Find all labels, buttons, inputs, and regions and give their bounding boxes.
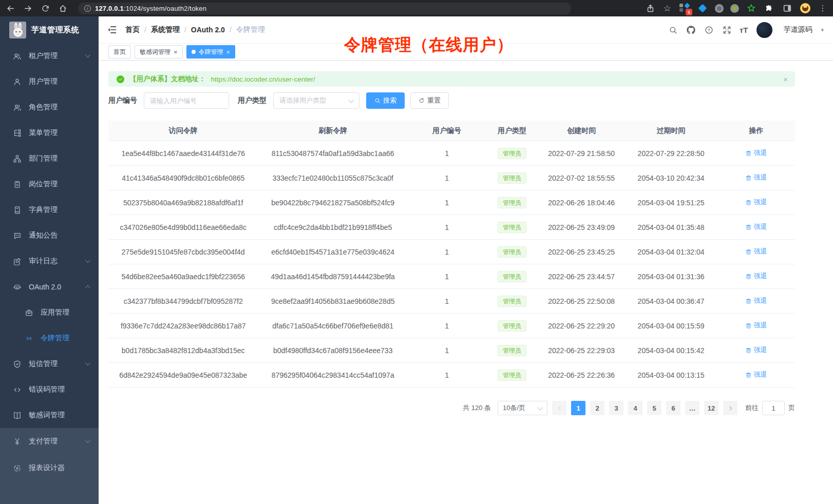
sidebar-menu-item[interactable]: 角色管理 <box>0 94 99 120</box>
force-logout-button[interactable]: 强退 <box>745 321 767 330</box>
page-number-button[interactable]: 5 <box>647 401 661 415</box>
user-type-label: 用户类型 <box>238 96 267 105</box>
force-logout-button[interactable]: 强退 <box>745 296 767 305</box>
force-logout-button[interactable]: 强退 <box>745 272 767 281</box>
browser-menu-icon[interactable]: ⋮ <box>818 3 828 13</box>
sidebar-menu-item[interactable]: 短信管理 <box>0 351 99 377</box>
help-icon[interactable]: ? <box>704 24 715 35</box>
menu-item-label: 菜单管理 <box>29 128 58 138</box>
sidebar-menu-item[interactable]: OAuth 2.0 <box>0 274 99 300</box>
cell-expire-time: 2022-07-29 22:28:50 <box>624 149 717 158</box>
reset-button[interactable]: 重置 <box>410 92 449 109</box>
command-extension-icon[interactable] <box>715 4 724 13</box>
search-icon[interactable] <box>668 24 679 35</box>
force-logout-button[interactable]: 强退 <box>745 247 767 256</box>
browser-home-button[interactable] <box>58 3 68 13</box>
tags-view-tab[interactable]: 敏感词管理 × <box>135 45 183 59</box>
force-logout-button[interactable]: 强退 <box>745 198 767 207</box>
pagination-total: 共 120 条 <box>463 403 491 413</box>
user-type-select[interactable]: 请选择用户类型 <box>273 92 359 109</box>
page-size-select[interactable]: 10条/页 <box>498 401 547 415</box>
sidebar-menu-item[interactable]: 支付管理 <box>0 428 99 455</box>
sidebar-menu-item[interactable]: 岗位管理 <box>0 171 99 197</box>
tags-view-tab[interactable]: 首页 × <box>108 45 131 59</box>
extensions-puzzle-icon[interactable] <box>764 3 775 14</box>
force-logout-button[interactable]: 强退 <box>745 148 767 158</box>
user-id-input[interactable] <box>144 92 229 109</box>
force-logout-button[interactable]: 强退 <box>745 173 767 182</box>
tab-close-icon[interactable]: × <box>174 49 178 55</box>
sidebar-menu: 租户管理 用户管理 角色管理 菜单管理 部门管理 岗位管理 字典管理 通知公告 <box>0 43 99 428</box>
page-number-button[interactable]: 12 <box>704 401 718 415</box>
alert-doc-link[interactable]: https://doc.iocoder.cn/user-center/ <box>211 75 315 83</box>
force-logout-button[interactable]: 强退 <box>745 345 767 355</box>
prev-page-button[interactable] <box>552 401 566 415</box>
sidebar-menu-item[interactable]: 令牌管理 <box>0 325 99 351</box>
page-number-button[interactable]: 6 <box>666 401 680 415</box>
page-number-button[interactable]: 1 <box>571 401 585 415</box>
page-size-value: 10条/页 <box>503 403 525 413</box>
search-button[interactable]: 搜索 <box>366 92 405 109</box>
share-icon[interactable] <box>645 3 655 13</box>
browser-reload-button[interactable] <box>40 3 50 13</box>
sidebar-menu-item[interactable]: 敏感词管理 <box>0 402 99 428</box>
fullscreen-icon[interactable] <box>722 24 733 35</box>
cell-refresh-token: dfa6c71a50a54c66bef706ef9e6e8d81 <box>258 322 407 330</box>
side-panel-icon[interactable] <box>782 3 793 14</box>
sidebar-menu-item[interactable]: 菜单管理 <box>0 120 99 146</box>
cell-user-type: 管理员 <box>486 172 538 184</box>
sidebar-menu-item[interactable]: 租户管理 <box>0 43 99 69</box>
page-number-button[interactable]: 3 <box>609 401 623 415</box>
user-name[interactable]: 芋道源码 <box>783 25 812 34</box>
reset-button-label: 重置 <box>427 96 441 105</box>
extension-badge: 9 <box>686 9 692 15</box>
table-header-row: 访问令牌 刷新令牌 用户编号 用户类型 创建时间 过期时间 操作 <box>108 121 795 141</box>
goto-page-input[interactable] <box>762 401 785 415</box>
tags-view-tab[interactable]: 令牌管理 × <box>186 45 236 59</box>
sidebar-menu-item[interactable]: 错误码管理 <box>0 377 99 402</box>
tab-close-icon[interactable]: × <box>226 49 231 55</box>
profile-emoji-avatar[interactable] <box>800 3 811 14</box>
breadcrumb-item-home[interactable]: 首页 <box>125 25 140 34</box>
extension-grid-icon[interactable]: 9 <box>679 3 690 14</box>
breadcrumb-item-oauth[interactable]: OAuth 2.0 <box>191 26 225 34</box>
cell-access-token: 275e5de9151045fe87cbdc395e004f4d <box>108 248 258 256</box>
browser-forward-button[interactable] <box>23 3 33 13</box>
site-info-icon[interactable]: i <box>84 5 91 12</box>
sidebar-menu-item[interactable]: 用户管理 <box>0 69 99 94</box>
sidebar-fold-icon[interactable] <box>107 25 117 35</box>
sidebar-menu-item[interactable]: 审计日志 <box>0 248 99 274</box>
sidebar-menu-item[interactable]: 字典管理 <box>0 197 99 223</box>
sidebar-menu-item[interactable]: 部门管理 <box>0 146 99 171</box>
breadcrumb-item-system[interactable]: 系统管理 <box>151 25 180 34</box>
alert-close-icon[interactable]: × <box>783 75 788 84</box>
cell-access-token: c347026e805e4d99b0d116eae66eda8c <box>108 223 258 231</box>
force-logout-button[interactable]: 强退 <box>745 222 767 231</box>
tab-label: 首页 <box>113 48 126 56</box>
green-star-extension-icon[interactable] <box>746 3 757 14</box>
force-logout-button[interactable]: 强退 <box>745 370 767 379</box>
sidebar-menu-item[interactable]: 通知公告 <box>0 223 99 248</box>
user-avatar[interactable] <box>756 22 772 38</box>
app-logo-row[interactable]: 芋道管理系统 <box>0 16 99 43</box>
github-icon[interactable] <box>686 24 697 35</box>
sidebar-menu-item[interactable]: 报表设计器 <box>0 455 99 481</box>
col-header-refresh-token: 刷新令牌 <box>258 126 407 135</box>
token-table: 访问令牌 刷新令牌 用户编号 用户类型 创建时间 过期时间 操作 1ea5e44… <box>108 121 795 387</box>
gem-extension-icon[interactable] <box>697 3 708 14</box>
page-number-button[interactable]: … <box>685 401 699 415</box>
address-bar[interactable]: i 127.0.0.1:1024/system/oauth2/token <box>78 3 571 14</box>
user-dropdown-caret-icon[interactable]: ▾ <box>821 27 824 33</box>
bookmark-star-icon[interactable]: ☆ <box>662 3 672 13</box>
menu-item-icon <box>13 385 22 394</box>
col-header-user-type: 用户类型 <box>486 126 538 135</box>
next-page-button[interactable] <box>723 401 737 415</box>
sidebar-menu-item[interactable]: 应用管理 <box>0 300 99 325</box>
user-type-badge: 管理员 <box>498 172 526 184</box>
page-number-button[interactable]: 2 <box>590 401 604 415</box>
page-number-button[interactable]: 4 <box>628 401 642 415</box>
menu-item-label: 角色管理 <box>29 103 58 112</box>
recorder-extension-icon[interactable] <box>730 4 739 13</box>
browser-back-button[interactable] <box>5 3 15 13</box>
font-size-icon[interactable]: тT <box>740 26 748 34</box>
